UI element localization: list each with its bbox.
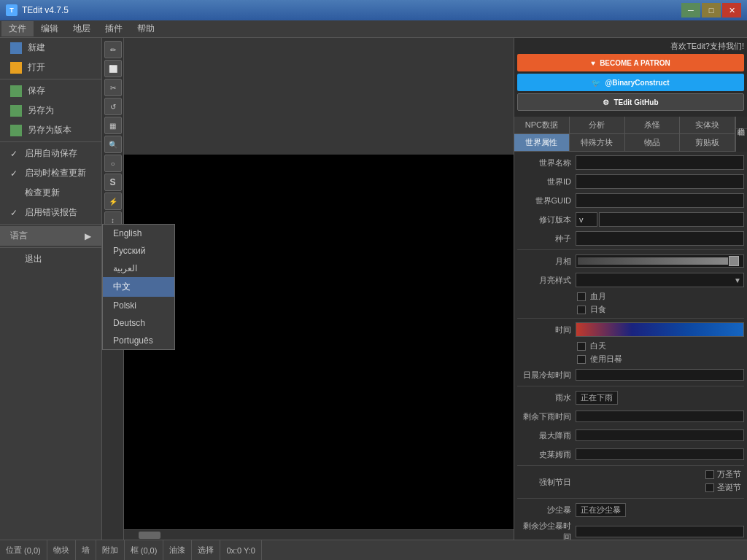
tabs-row2-inner: 世界属性 特殊方块 物品 剪贴板 (514, 134, 735, 152)
tabs-row1-wrapper: NPC数据 分析 杀怪 实体块 世界属性 特殊方块 物品 剪贴板 物品栏 (514, 117, 747, 152)
prop-time: 时间 (517, 322, 744, 338)
menu-saveas[interactable]: 另存为 (0, 101, 101, 120)
saveas-icon (10, 105, 22, 117)
tool-s[interactable]: S (104, 174, 122, 191)
open-icon (10, 62, 22, 74)
christmas-checkbox[interactable] (705, 483, 714, 492)
sandstorm-remain-slider[interactable] (576, 526, 744, 537)
world-name-input[interactable] (576, 155, 744, 170)
tool-select[interactable]: ⬜ (104, 60, 122, 77)
lang-portuguese[interactable]: Português (103, 332, 174, 349)
tool-rotate[interactable]: ↺ (104, 98, 122, 115)
lang-russian[interactable]: Русский (103, 242, 174, 260)
moon-phase-slider[interactable] (576, 254, 744, 268)
tab-special-blocks[interactable]: 特殊方块 (570, 134, 625, 151)
github-icon: ⚙ (603, 98, 609, 106)
menu-file[interactable]: 文件 (1, 21, 34, 36)
menu-checkupdate[interactable]: 检查更新 (0, 183, 101, 203)
rain-label: 雨水 (517, 392, 576, 403)
divider-3 (517, 386, 744, 386)
christmas-label: 圣诞节 (717, 482, 741, 493)
tab-world-props[interactable]: 世界属性 (514, 134, 570, 151)
festival-options: 万圣节 圣诞节 (576, 469, 744, 495)
tab-npc-data[interactable]: NPC数据 (514, 117, 570, 133)
lang-arabic[interactable]: العربية (103, 260, 174, 277)
lang-chinese[interactable]: 中文 (103, 277, 174, 297)
world-id-input[interactable] (576, 174, 744, 189)
menu-exit[interactable]: 退出 (0, 249, 101, 269)
time-label: 时间 (517, 324, 576, 335)
revision-value-input[interactable] (599, 212, 744, 227)
canvas-area[interactable] (124, 38, 514, 540)
close-button[interactable]: ✕ (722, 3, 741, 18)
tab-items[interactable]: 物品 (625, 134, 681, 151)
status-bar: 位置 (0,0) 物块 墙 附加 框 (0,0) 油漆 选择 0x:0 Y:0 (0, 540, 747, 560)
tool-circle[interactable]: ○ (104, 155, 122, 172)
maximize-button[interactable]: □ (702, 3, 721, 18)
lang-german[interactable]: Deutsch (103, 314, 174, 332)
menu-edit[interactable]: 编辑 (34, 21, 66, 36)
tool-sprite[interactable]: ⚡ (104, 192, 122, 210)
seed-label: 种子 (517, 233, 576, 244)
status-wall: 墙 (76, 540, 96, 560)
side-tab-items[interactable]: 物品栏 (736, 117, 747, 129)
status-position: 位置 (0,0) (0, 540, 47, 560)
tab-analysis[interactable]: 分析 (570, 117, 625, 133)
prop-moon-style: 月亮样式 ▼ (517, 272, 744, 288)
menu-language[interactable]: 语言 ▶ (0, 226, 101, 246)
twitter-button[interactable]: 🐦 @BinaryConstruct (517, 74, 744, 91)
tool-pencil[interactable]: ✏ (104, 41, 122, 58)
dawn-cooldown-slider[interactable] (576, 369, 744, 381)
tab-entities[interactable]: 实体块 (680, 117, 735, 133)
rain-remain-slider[interactable] (576, 411, 744, 422)
patron-button[interactable]: ♥ BECOME A PATRON (517, 54, 744, 71)
separator-1 (0, 79, 101, 79)
status-addto: 附加 (96, 540, 125, 560)
promo-text: 喜欢TEdit?支持我们! (517, 41, 744, 52)
github-button[interactable]: ⚙ TEdit GitHub (517, 93, 744, 111)
title-bar-left: T TEdit v4.7.5 (6, 4, 69, 16)
menu-plugins[interactable]: 插件 (98, 21, 130, 36)
title-bar-controls: ─ □ ✕ (681, 3, 741, 18)
menu-layers[interactable]: 地层 (66, 21, 98, 36)
lang-polish[interactable]: Polski (103, 297, 174, 314)
hscroll-thumb[interactable] (139, 532, 160, 539)
menu-errorreport[interactable]: ✓ 启用错误报告 (0, 203, 101, 222)
slime-rain-slider[interactable] (576, 448, 744, 460)
world-guid-input[interactable] (576, 193, 744, 208)
canvas-hscroll[interactable] (124, 529, 514, 540)
tool-cut[interactable]: ✂ (104, 79, 122, 96)
prop-revision: 修订版本 (517, 211, 744, 228)
moon-phase-label: 月相 (517, 256, 576, 267)
lang-english[interactable]: English (103, 225, 174, 242)
menu-help[interactable]: 帮助 (130, 21, 162, 36)
canvas-top-strip (124, 38, 514, 155)
daytime-checkbox[interactable] (577, 342, 586, 351)
tool-zoom[interactable]: 🔍 (104, 136, 122, 153)
tool-fill[interactable]: ▦ (104, 117, 122, 134)
minimize-button[interactable]: ─ (681, 3, 700, 18)
halloween-checkbox[interactable] (705, 470, 714, 479)
solar-eclipse-checkbox[interactable] (577, 306, 586, 314)
sundial-row: 使用日晷 (517, 354, 744, 365)
menu-new[interactable]: 新建 (0, 38, 101, 58)
tab-clipboard[interactable]: 剪贴板 (680, 134, 735, 151)
time-gradient-bar[interactable] (576, 322, 744, 337)
prop-max-rain: 最大降雨 (517, 427, 744, 443)
saveversion-icon (10, 125, 22, 136)
moon-style-select[interactable] (576, 273, 744, 287)
revision-input[interactable] (576, 212, 597, 227)
sandstorm-remain-label: 剩余沙尘暴时间 (517, 521, 576, 540)
menu-checkupdate-startup[interactable]: ✓ 启动时检查更新 (0, 163, 101, 183)
tab-kills[interactable]: 杀怪 (625, 117, 681, 133)
menu-save[interactable]: 保存 (0, 81, 101, 101)
seed-input[interactable] (576, 231, 744, 246)
sundial-checkbox[interactable] (577, 355, 586, 364)
blood-moon-checkbox[interactable] (577, 292, 586, 301)
menu-saveasversion[interactable]: 另存为版本 (0, 120, 101, 140)
menu-open[interactable]: 打开 (0, 58, 101, 77)
menu-autosave[interactable]: ✓ 启用自动保存 (0, 144, 101, 163)
max-rain-label: 最大降雨 (517, 430, 576, 441)
max-rain-slider[interactable] (576, 429, 744, 441)
submenu-arrow: ▶ (85, 231, 91, 241)
